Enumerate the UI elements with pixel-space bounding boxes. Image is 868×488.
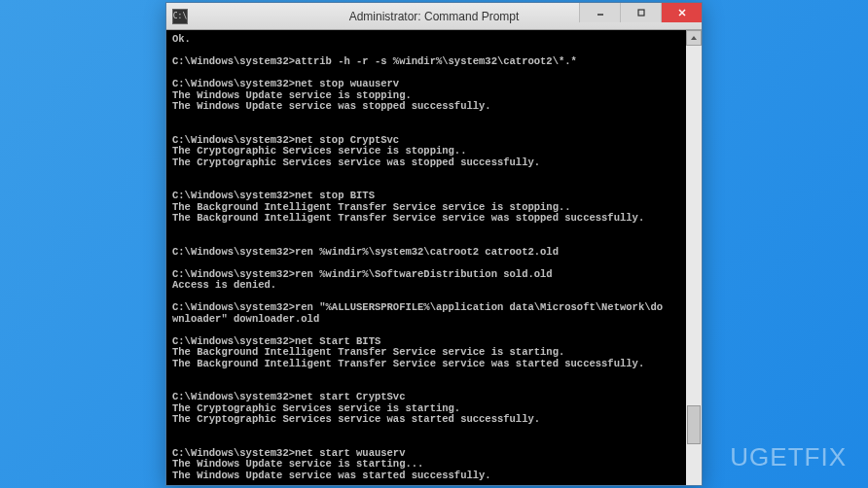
minimize-button[interactable] [579,3,620,22]
scrollbar-track[interactable] [686,405,702,488]
command-prompt-window: C:\ Administrator: Command Prompt Ok. C:… [165,2,703,486]
titlebar[interactable]: C:\ Administrator: Command Prompt [166,3,702,30]
scroll-up-button[interactable] [686,30,702,46]
window-controls [579,3,702,29]
terminal-area[interactable]: Ok. C:\Windows\system32>attrib -h -r -s … [166,30,702,485]
svg-rect-1 [638,10,644,16]
window-title: Administrator: Command Prompt [349,10,520,23]
close-button[interactable] [661,3,702,22]
watermark-logo: UGETFIX [730,442,847,472]
maximize-button[interactable] [620,3,661,22]
scrollbar-thumb[interactable] [687,405,701,444]
terminal-output: Ok. C:\Windows\system32>attrib -h -r -s … [172,34,696,485]
watermark-text: UGETFIX [730,442,847,471]
scrollbar[interactable] [686,30,702,485]
cmd-icon: C:\ [172,9,188,24]
